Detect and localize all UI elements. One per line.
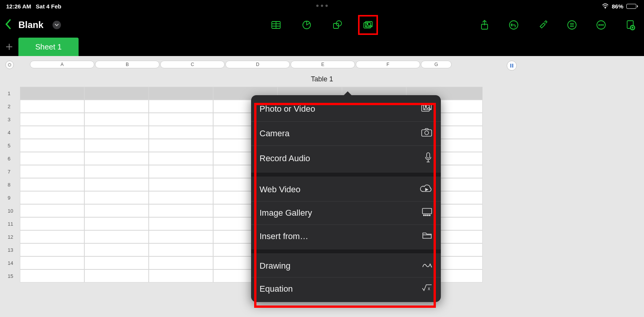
cell[interactable] [84, 204, 149, 217]
cell[interactable] [149, 191, 213, 204]
popover-item-camera[interactable]: Camera [251, 121, 441, 145]
popover-item-folder[interactable]: Insert from… [251, 225, 441, 248]
camera-icon [421, 128, 432, 139]
column-header[interactable]: D [225, 61, 290, 68]
cell[interactable] [20, 178, 84, 191]
cell[interactable] [149, 256, 213, 269]
format-brush-icon[interactable] [537, 19, 549, 31]
cell[interactable] [149, 217, 213, 230]
cell[interactable] [20, 152, 84, 165]
cell[interactable] [20, 269, 84, 282]
popover-item-label: Camera [260, 129, 289, 139]
popover-item-gallery[interactable]: Image Gallery [251, 201, 441, 225]
insert-chart-icon[interactable] [301, 19, 313, 31]
cell[interactable] [20, 113, 84, 126]
cell[interactable] [84, 269, 149, 282]
column-header[interactable]: E [291, 61, 355, 68]
popover-item-label: Photo or Video [260, 104, 315, 114]
cell[interactable] [149, 113, 213, 126]
cell[interactable] [20, 165, 84, 178]
cell[interactable] [84, 87, 149, 100]
cell[interactable] [20, 87, 84, 100]
cell[interactable] [20, 256, 84, 269]
row-header[interactable]: 12 [5, 230, 20, 243]
column-header[interactable]: B [95, 61, 159, 68]
table-title[interactable]: Table 1 [311, 75, 333, 83]
cell[interactable] [149, 100, 213, 113]
popover-item-sqrt[interactable]: Equationx [251, 277, 441, 300]
cell[interactable] [84, 256, 149, 269]
cell[interactable] [149, 165, 213, 178]
popover-item-cloud[interactable]: Web Video [251, 178, 441, 201]
more-icon[interactable] [595, 19, 607, 31]
select-all-handle[interactable] [5, 61, 14, 69]
cell[interactable] [84, 191, 149, 204]
insert-table-icon[interactable] [270, 19, 282, 31]
cell[interactable] [149, 152, 213, 165]
cell[interactable] [84, 152, 149, 165]
add-sheet-button[interactable] [0, 42, 18, 51]
list-icon[interactable] [566, 19, 578, 31]
document-title[interactable]: Blank [18, 20, 43, 30]
row-header[interactable]: 9 [5, 191, 20, 204]
cell[interactable] [84, 243, 149, 256]
cell[interactable] [20, 191, 84, 204]
popover-item-scribble[interactable]: Drawing [251, 255, 441, 277]
row-header[interactable]: 7 [5, 165, 20, 178]
insert-media-icon[interactable] [362, 19, 374, 31]
cell[interactable] [149, 204, 213, 217]
cell[interactable] [84, 178, 149, 191]
column-header[interactable]: A [30, 61, 94, 68]
row-header[interactable]: 13 [5, 243, 20, 256]
popover-item-photo[interactable]: Photo or Video [251, 97, 441, 121]
row-header[interactable]: 15 [5, 269, 20, 282]
column-header[interactable]: F [356, 61, 420, 68]
row-header[interactable]: 2 [5, 100, 20, 113]
row-header[interactable]: 8 [5, 178, 20, 191]
cell[interactable] [149, 126, 213, 139]
cell[interactable] [84, 113, 149, 126]
cell[interactable] [84, 126, 149, 139]
row-header[interactable]: 1 [5, 87, 20, 100]
cell[interactable] [84, 139, 149, 152]
svg-rect-29 [512, 64, 513, 68]
sheet-tab-active[interactable]: Sheet 1 [18, 38, 79, 56]
cell[interactable] [149, 243, 213, 256]
undo-icon[interactable] [508, 19, 520, 31]
cell[interactable] [149, 87, 213, 100]
pause-button[interactable] [507, 61, 517, 71]
column-header[interactable]: C [160, 61, 225, 68]
share-icon[interactable] [478, 19, 491, 31]
row-header[interactable]: 11 [5, 217, 20, 230]
cell[interactable] [149, 230, 213, 243]
cell[interactable] [149, 139, 213, 152]
multitask-dots[interactable] [316, 5, 328, 7]
row-header[interactable]: 14 [5, 256, 20, 269]
column-header[interactable]: G [421, 61, 452, 68]
title-chevron-icon[interactable] [53, 21, 61, 29]
spreadsheet-workspace[interactable]: ABCDEFG Table 1 123456789101112131415 Ph… [0, 56, 644, 317]
cell[interactable] [149, 269, 213, 282]
cell[interactable] [20, 204, 84, 217]
document-settings-icon[interactable] [624, 19, 636, 31]
popover-item-mic[interactable]: Record Audio [251, 145, 441, 171]
row-header[interactable]: 10 [5, 204, 20, 217]
cell[interactable] [84, 217, 149, 230]
insert-shape-icon[interactable] [331, 19, 343, 31]
cell[interactable] [20, 126, 84, 139]
row-header[interactable]: 6 [5, 152, 20, 165]
cell[interactable] [20, 100, 84, 113]
cell[interactable] [20, 217, 84, 230]
cell[interactable] [84, 230, 149, 243]
row-header[interactable]: 4 [5, 126, 20, 139]
cell[interactable] [149, 178, 213, 191]
back-button[interactable] [5, 19, 12, 31]
cell[interactable] [20, 243, 84, 256]
cell[interactable] [20, 139, 84, 152]
row-header[interactable]: 5 [5, 139, 20, 152]
cell[interactable] [84, 165, 149, 178]
cell[interactable] [20, 230, 84, 243]
cell[interactable] [84, 100, 149, 113]
battery-icon [626, 4, 638, 9]
row-header[interactable]: 3 [5, 113, 20, 126]
